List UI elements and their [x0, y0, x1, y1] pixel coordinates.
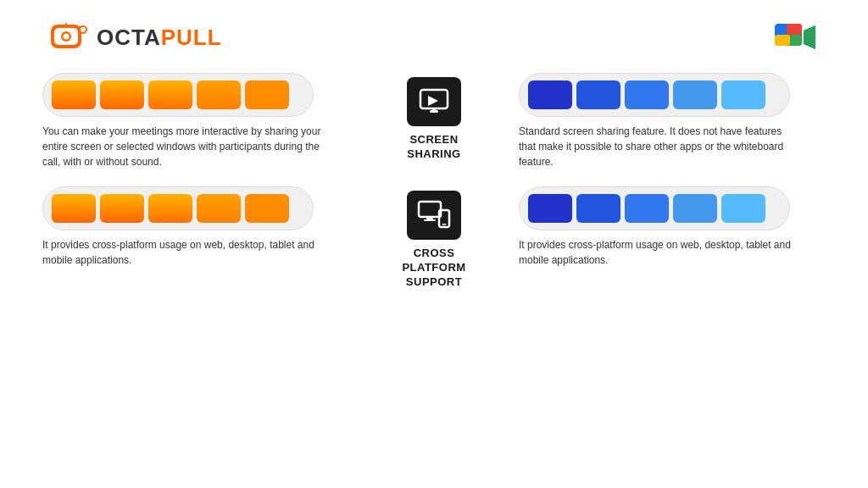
svg-point-6: [81, 27, 86, 32]
svg-marker-17: [428, 96, 438, 106]
svg-point-3: [64, 34, 70, 40]
svg-rect-13: [775, 35, 790, 46]
blue-bar-segment-4: [673, 80, 717, 109]
screen-sharing-row: You can make your meetings more interact…: [42, 73, 826, 169]
cross-platform-row: It provides cross-platform usage on web,…: [42, 186, 826, 290]
screen-sharing-label: SCREENSHARING: [407, 133, 460, 162]
main-content: You can make your meetings more interact…: [0, 64, 868, 298]
google-meet-screen-sharing-desc: Standard screen sharing feature. It does…: [519, 124, 798, 169]
blue-bar-segment-3: [625, 194, 669, 223]
google-meet-cross-platform-panel: It provides cross-platform usage on web,…: [519, 186, 826, 268]
logo-text: OCTAPULL: [97, 25, 222, 51]
svg-rect-21: [426, 217, 433, 219]
octapull-logo: OCTAPULL: [51, 21, 222, 53]
blue-bar-segment-1: [528, 80, 572, 109]
screen-sharing-icon-box: [407, 77, 461, 126]
google-meet-cross-platform-desc: It provides cross-platform usage on web,…: [519, 237, 798, 268]
cross-platform-icon: [417, 200, 451, 230]
blue-bar-segment-2: [576, 80, 620, 109]
blue-bar-segment-2: [576, 194, 620, 223]
octapull-screen-sharing-bar: [42, 73, 314, 117]
octapull-cross-platform-panel: It provides cross-platform usage on web,…: [42, 186, 349, 268]
octapull-screen-sharing-desc: You can make your meetings more interact…: [42, 124, 322, 169]
bar-segment-4: [197, 194, 241, 223]
google-meet-icon: [773, 19, 817, 56]
blue-bar-segment-4: [673, 194, 717, 223]
blue-bar-segment-3: [625, 80, 669, 109]
svg-rect-11: [787, 24, 802, 35]
bar-segment-5: [245, 194, 289, 223]
svg-rect-19: [432, 108, 436, 113]
bar-segment-3: [148, 194, 192, 223]
screen-share-icon: [418, 87, 450, 116]
bar-segment-5: [245, 80, 289, 109]
octapull-cross-platform-bar: [42, 186, 314, 230]
screen-sharing-center: SCREENSHARING: [349, 73, 519, 162]
logo-icon: [51, 21, 88, 53]
svg-rect-20: [419, 202, 441, 217]
octapull-cross-platform-desc: It provides cross-platform usage on web,…: [42, 237, 322, 268]
bar-segment-3: [148, 80, 192, 109]
svg-rect-4: [65, 23, 67, 28]
google-meet-screen-sharing-panel: Standard screen sharing feature. It does…: [519, 73, 826, 169]
cross-platform-icon-box: [407, 191, 461, 240]
octapull-screen-sharing-panel: You can make your meetings more interact…: [42, 73, 349, 169]
blue-bar-segment-5: [721, 80, 765, 109]
cross-platform-center: CROSSPLATFORMSUPPORT: [349, 186, 519, 290]
google-meet-cross-platform-bar: [519, 186, 790, 230]
svg-rect-24: [442, 224, 447, 225]
blue-bar-segment-5: [721, 194, 765, 223]
svg-marker-15: [804, 25, 815, 49]
bar-segment-2: [100, 194, 144, 223]
bar-segment-1: [52, 194, 96, 223]
header: OCTAPULL: [0, 0, 868, 64]
svg-rect-22: [424, 219, 436, 221]
cross-platform-label: CROSSPLATFORMSUPPORT: [402, 247, 465, 290]
blue-bar-segment-1: [528, 194, 572, 223]
bar-segment-4: [197, 80, 241, 109]
bar-segment-1: [52, 80, 96, 109]
google-meet-screen-sharing-bar: [519, 73, 790, 117]
bar-segment-2: [100, 80, 144, 109]
